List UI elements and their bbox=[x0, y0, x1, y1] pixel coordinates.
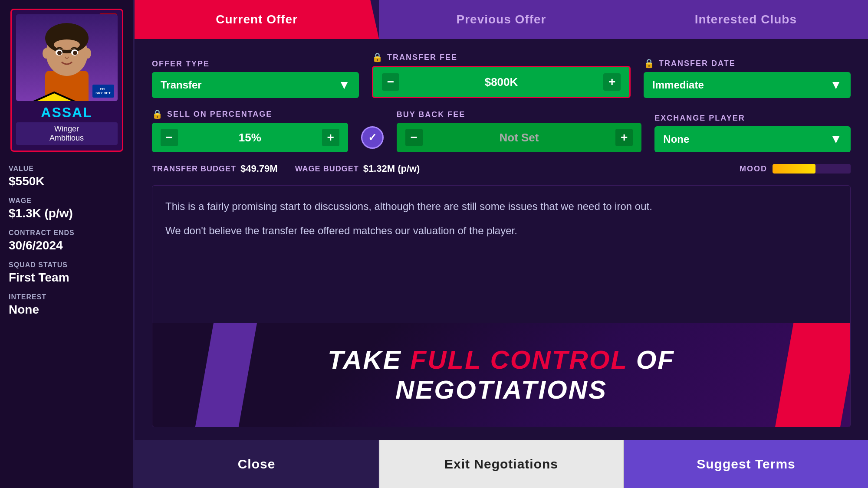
exchange-player-field: EXCHANGE PLAYER None ▼ bbox=[654, 114, 851, 152]
squad-value: First Team bbox=[9, 271, 125, 285]
tab-previous-offer[interactable]: Previous Offer bbox=[379, 0, 623, 39]
lock-icon-3: 🔒 bbox=[152, 109, 164, 119]
right-panel: Current Offer Previous Offer Interested … bbox=[135, 0, 868, 488]
squad-label: SQUAD STATUS bbox=[9, 261, 125, 269]
buy-back-toggle bbox=[361, 126, 384, 152]
lock-icon-2: 🔒 bbox=[644, 58, 655, 69]
interest-label: INTEREST bbox=[9, 293, 125, 301]
transfer-budget: TRANSFER BUDGET $49.79M bbox=[152, 163, 278, 174]
offer-row-2: 🔒 SELL ON PERCENTAGE − 15% + BUY BACK FE… bbox=[152, 109, 851, 152]
exit-negotiations-button[interactable]: Exit Negotiations bbox=[379, 440, 624, 488]
exchange-player-select[interactable]: None ▼ bbox=[654, 126, 851, 152]
mood-container: MOOD bbox=[740, 164, 851, 174]
svg-marker-11 bbox=[23, 92, 85, 101]
tabs-bar: Current Offer Previous Offer Interested … bbox=[135, 0, 868, 39]
transfer-date-select[interactable]: Immediate ▼ bbox=[644, 72, 851, 98]
player-name: ASSAL bbox=[16, 105, 118, 121]
value-label: VALUE bbox=[9, 165, 125, 173]
buy-back-label: BUY BACK FEE bbox=[397, 110, 642, 119]
interest-value: None bbox=[9, 303, 125, 317]
player-role: Winger Ambitious bbox=[16, 122, 118, 145]
buy-back-checkbox[interactable] bbox=[361, 126, 384, 149]
lock-icon: 🔒 bbox=[372, 52, 384, 62]
player-position: Winger bbox=[20, 124, 113, 134]
promo-chevron-right bbox=[774, 323, 850, 427]
contract-label: CONTRACT ENDS bbox=[9, 229, 125, 237]
tab-current-offer[interactable]: Current Offer bbox=[135, 0, 379, 39]
buy-back-value: Not Set bbox=[423, 131, 616, 144]
promo-text: TAKE FULL CONTROL OF NEGOTIATIONS bbox=[328, 345, 675, 405]
svg-point-7 bbox=[57, 51, 62, 55]
sell-on-stepper: − 15% + bbox=[152, 123, 348, 152]
player-photo: AFC EFLSKY BET bbox=[16, 14, 118, 101]
tab-interested-clubs[interactable]: Interested Clubs bbox=[624, 0, 868, 39]
chevron-down-icon-3: ▼ bbox=[830, 132, 842, 146]
contract-group: CONTRACT ENDS 30/6/2024 bbox=[9, 229, 125, 252]
chevron-down-icon-2: ▼ bbox=[830, 78, 842, 92]
close-button[interactable]: Close bbox=[135, 440, 379, 488]
interest-group: INTEREST None bbox=[9, 293, 125, 317]
left-panel: 10 bbox=[0, 0, 135, 488]
wage-label: WAGE bbox=[9, 197, 125, 205]
sell-on-value: 15% bbox=[178, 131, 322, 144]
transfer-budget-value: $49.79M bbox=[240, 163, 278, 174]
transfer-fee-value: $800K bbox=[399, 75, 603, 89]
svg-point-10 bbox=[84, 48, 91, 59]
promo-chevron-left bbox=[194, 323, 258, 427]
mood-bar-background bbox=[773, 164, 851, 174]
transfer-fee-field: 🔒 TRANSFER FEE − $800K + bbox=[372, 52, 631, 98]
mood-bar-fill bbox=[773, 164, 815, 174]
buy-back-stepper: − Not Set + bbox=[397, 123, 642, 152]
transfer-fee-minus[interactable]: − bbox=[382, 73, 399, 91]
contract-value: 30/6/2024 bbox=[9, 239, 125, 252]
sell-on-plus[interactable]: + bbox=[322, 129, 339, 146]
offer-row-1: OFFER TYPE Transfer ▼ 🔒 TRANSFER FEE − $… bbox=[152, 52, 851, 98]
wage-group: WAGE $1.3K (p/w) bbox=[9, 197, 125, 220]
value-value: $550K bbox=[9, 174, 125, 188]
exchange-player-label: EXCHANGE PLAYER bbox=[654, 114, 851, 123]
buy-back-plus[interactable]: + bbox=[615, 129, 633, 146]
player-card: 10 bbox=[10, 9, 123, 152]
transfer-fee-stepper: − $800K + bbox=[372, 66, 631, 98]
buy-back-minus[interactable]: − bbox=[405, 129, 423, 146]
suggest-terms-button[interactable]: Suggest Terms bbox=[624, 440, 868, 488]
offer-type-select[interactable]: Transfer ▼ bbox=[152, 72, 359, 98]
svg-point-8 bbox=[73, 51, 77, 55]
wage-budget: WAGE BUDGET $1.32M (p/w) bbox=[295, 163, 420, 174]
offer-type-field: OFFER TYPE Transfer ▼ bbox=[152, 59, 359, 98]
sell-on-field: 🔒 SELL ON PERCENTAGE − 15% + bbox=[152, 109, 348, 152]
bottom-buttons: Close Exit Negotiations Suggest Terms bbox=[135, 440, 868, 488]
wage-value: $1.3K (p/w) bbox=[9, 206, 125, 220]
league-badge: EFLSKY BET bbox=[92, 85, 114, 98]
club-badge: AFC bbox=[20, 80, 37, 98]
negotiation-line-2: We don't believe the transfer fee offere… bbox=[165, 223, 837, 239]
sell-on-label: 🔒 SELL ON PERCENTAGE bbox=[152, 109, 348, 119]
offer-type-label: OFFER TYPE bbox=[152, 59, 359, 69]
value-group: VALUE $550K bbox=[9, 165, 125, 188]
wage-budget-label: WAGE BUDGET bbox=[295, 164, 359, 174]
sell-on-minus[interactable]: − bbox=[161, 129, 178, 146]
buy-back-field: BUY BACK FEE − Not Set + bbox=[397, 110, 642, 152]
transfer-date-label: 🔒 TRANSFER DATE bbox=[644, 58, 851, 69]
negotiation-line-1: This is a fairly promising start to disc… bbox=[165, 199, 837, 214]
chevron-down-icon: ▼ bbox=[338, 78, 350, 92]
wage-budget-value: $1.32M (p/w) bbox=[363, 163, 420, 174]
transfer-fee-label: 🔒 TRANSFER FEE bbox=[372, 52, 631, 62]
promo-line-2: NEGOTIATIONS bbox=[328, 375, 675, 405]
negotiation-text-area: This is a fairly promising start to disc… bbox=[152, 185, 851, 427]
promo-banner: TAKE FULL CONTROL OF NEGOTIATIONS bbox=[152, 323, 850, 427]
player-trait: Ambitious bbox=[20, 134, 113, 143]
transfer-date-field: 🔒 TRANSFER DATE Immediate ▼ bbox=[644, 58, 851, 98]
svg-point-9 bbox=[43, 48, 49, 59]
squad-group: SQUAD STATUS First Team bbox=[9, 261, 125, 285]
transfer-budget-label: TRANSFER BUDGET bbox=[152, 164, 236, 174]
content-area: OFFER TYPE Transfer ▼ 🔒 TRANSFER FEE − $… bbox=[135, 39, 868, 440]
promo-line-1: TAKE FULL CONTROL OF bbox=[328, 345, 675, 375]
budget-row: TRANSFER BUDGET $49.79M WAGE BUDGET $1.3… bbox=[152, 163, 851, 174]
mood-label: MOOD bbox=[740, 164, 767, 174]
transfer-fee-plus[interactable]: + bbox=[603, 73, 621, 91]
